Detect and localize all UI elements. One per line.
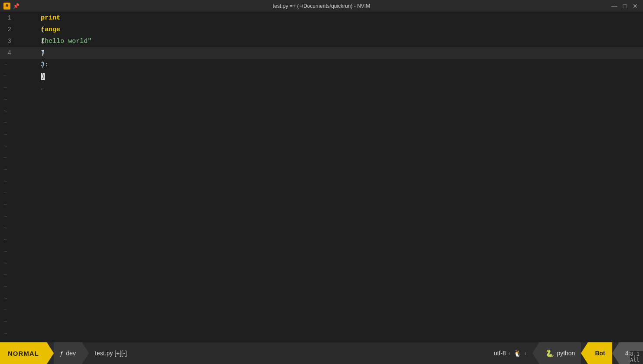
tilde-char: ~ [0, 59, 7, 71]
filetype-section: 🐍 python [539, 342, 581, 364]
filename-label: test.py [+][-] [89, 342, 133, 364]
line-number-2: 2 [0, 24, 16, 36]
token-str: "hello world" [41, 38, 92, 45]
line-number-3: 3 [0, 36, 16, 47]
line-number-1: 1 [0, 12, 16, 24]
branch-info: ƒ dev [54, 342, 82, 364]
tilde-char: ~ [0, 258, 7, 270]
tilde-char: ~ [0, 223, 7, 234]
linux-icon: 🐧 [513, 349, 522, 358]
tilde-line-8: ~ [0, 141, 643, 153]
tilde-line-14: ~ [0, 211, 643, 223]
token-lparen4: ( [41, 26, 45, 33]
tilde-line-10: ~ [0, 164, 643, 176]
tilde-line-19: ~ [0, 270, 643, 281]
python-icon: 🐍 [545, 349, 554, 358]
editor-area[interactable]: 1 for i in range ( 7 ): ↵ 2 │ ··· print … [0, 12, 643, 342]
tilde-line-5: ~ [0, 106, 643, 117]
tilde-char: ~ [0, 281, 7, 293]
tilde-line-23: ~ [0, 316, 643, 328]
maximize-button[interactable]: □ [620, 2, 629, 10]
code-line-4: 4 print ( "hello world" * 3 ) ↵ [0, 47, 643, 59]
branch-arrow [82, 342, 89, 364]
tilde-line-7: ~ [0, 129, 643, 141]
tilde-char: ~ [0, 71, 7, 82]
tilde-char: ~ [0, 188, 7, 199]
tilde-char: ~ [0, 316, 7, 328]
tilde-line-18: ~ [0, 258, 643, 270]
tilde-line-12: ~ [0, 188, 643, 199]
filetype-label: python [557, 350, 575, 357]
tilde-line-17: ~ [0, 246, 643, 258]
window-controls[interactable]: — □ ✕ [610, 2, 640, 10]
mode-arrow [47, 342, 54, 364]
line-number-4: 4 [0, 47, 16, 59]
arrow-left-2: ‹ [525, 350, 527, 357]
token-print4: print [41, 14, 60, 22]
tilde-char: ~ [0, 106, 7, 117]
tilde-char: ~ [0, 164, 7, 176]
encoding-section: utf-8 ‹ 🐧 ‹ [488, 342, 532, 364]
tilde-char: ~ [0, 305, 7, 316]
tilde-char: ~ [0, 141, 7, 153]
tilde-line-15: ~ [0, 223, 643, 234]
tilde-char: ~ [0, 82, 7, 94]
tilde-line-24: ~ [0, 328, 643, 340]
bot-label: Bot [588, 342, 612, 364]
scroll-position: All [630, 357, 640, 363]
tilde-char: ~ [0, 234, 7, 246]
tilde-line-13: ~ [0, 199, 643, 211]
position-line-col: 8,1 [630, 351, 640, 357]
tilde-line-22: ~ [0, 305, 643, 316]
tilde-line-6: ~ [0, 117, 643, 129]
pin-icon: 📌 [13, 3, 19, 9]
close-button[interactable]: ✕ [631, 2, 640, 10]
mode-section: NORMAL [0, 342, 54, 364]
tilde-line-20: ~ [0, 281, 643, 293]
tilde-char: ~ [0, 176, 7, 188]
tilde-char: ~ [0, 270, 7, 281]
app-icon: A [3, 3, 10, 10]
tilde-line-21: ~ [0, 293, 643, 305]
token-3: 3 [41, 61, 45, 68]
arrow-left-1: ‹ [508, 350, 511, 357]
tilde-char: ~ [0, 211, 7, 223]
tilde-char: ~ [0, 94, 7, 106]
tilde-char: ~ [0, 199, 7, 211]
tilde-line-9: ~ [0, 153, 643, 164]
arrow-filetype [532, 342, 539, 364]
statusbar: NORMAL ƒ dev test.py [+][-] utf-8 ‹ 🐧 ‹ … [0, 342, 643, 364]
branch-section: ƒ dev [54, 342, 89, 364]
tilde-char: ~ [0, 129, 7, 141]
token-cursor: ) [41, 73, 45, 80]
line-content-4: print ( "hello world" * 3 ) ↵ [16, 12, 643, 106]
branch-name: dev [66, 350, 76, 357]
status-right: utf-8 ‹ 🐧 ‹ 🐍 python Bot 4:22 [488, 342, 643, 364]
cursor-position: 8,1 All [630, 351, 643, 364]
mode-label: NORMAL [0, 342, 47, 364]
tilde-char: ~ [0, 117, 7, 129]
minimize-button[interactable]: — [610, 2, 619, 10]
filename-section: test.py [+][-] [89, 342, 133, 364]
tilde-char: ~ [0, 153, 7, 164]
arrow-bot [581, 342, 588, 364]
encoding-label: utf-8 [494, 350, 506, 357]
arrow-time [612, 342, 619, 364]
window-title: test.py =+ (~/Documents/quickrun) - NVIM [273, 3, 370, 9]
tilde-char: ~ [0, 246, 7, 258]
tilde-line-11: ~ [0, 176, 643, 188]
titlebar: A 📌 test.py =+ (~/Documents/quickrun) - … [0, 0, 643, 12]
token-newline4: ↵ [41, 86, 44, 91]
branch-icon: ƒ [60, 350, 63, 357]
token-mult: * [41, 49, 45, 57]
tilde-char: ~ [0, 293, 7, 305]
titlebar-left: A 📌 [3, 3, 19, 10]
tilde-char: ~ [0, 328, 7, 340]
tilde-line-16: ~ [0, 234, 643, 246]
